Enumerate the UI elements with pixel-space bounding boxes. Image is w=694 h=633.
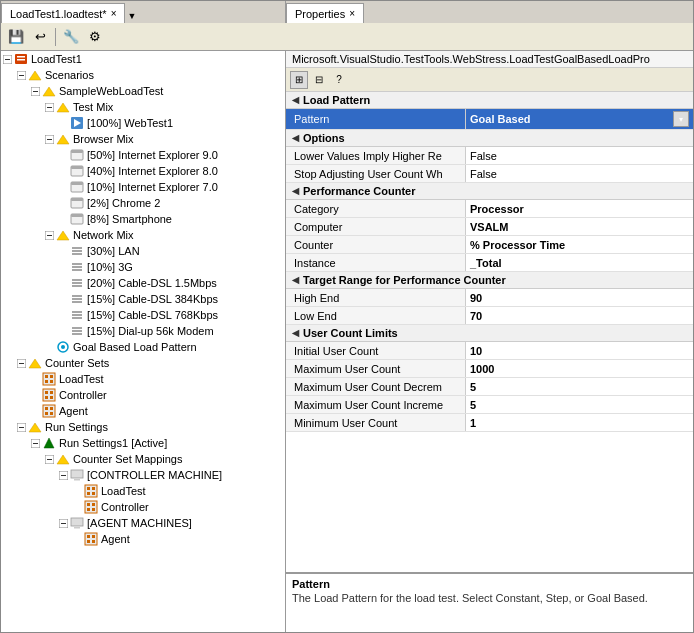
- tree-item-runsettings[interactable]: Run Settings: [1, 419, 285, 435]
- tree-item-ie80[interactable]: [40%] Internet Explorer 8.0: [1, 163, 285, 179]
- tree-expand-runsettings[interactable]: [15, 421, 27, 433]
- tree-expand-countersets[interactable]: [15, 357, 27, 369]
- tree-item-scenarios[interactable]: Scenarios: [1, 67, 285, 83]
- tree-expand-controllermachine[interactable]: [57, 469, 69, 481]
- tree-expand-smartphone[interactable]: [57, 213, 69, 225]
- tree-expand-loadtest_cs[interactable]: [29, 373, 41, 385]
- settings-button[interactable]: ⚙: [84, 26, 106, 48]
- section-header-performance-counter[interactable]: ◀Performance Counter: [286, 183, 693, 200]
- tree-expand-ie80[interactable]: [57, 165, 69, 177]
- tree-expand-webtest1[interactable]: [57, 117, 69, 129]
- description-panel: Pattern The Load Pattern for the load te…: [286, 572, 693, 632]
- props-help-btn[interactable]: ?: [330, 71, 348, 89]
- tree-item-ie70[interactable]: [10%] Internet Explorer 7.0: [1, 179, 285, 195]
- tree-expand-agentmachines[interactable]: [57, 517, 69, 529]
- section-header-options[interactable]: ◀Options: [286, 130, 693, 147]
- tree-item-testmix[interactable]: Test Mix: [1, 99, 285, 115]
- tree-expand-loadtest1[interactable]: [1, 53, 13, 65]
- svg-rect-3: [17, 56, 25, 58]
- tree-item-loadtest_ctrl[interactable]: LoadTest: [1, 483, 285, 499]
- tree-expand-ie70[interactable]: [57, 181, 69, 193]
- props-row-user-count-limits-1[interactable]: Maximum User Count1000: [286, 360, 693, 378]
- tree-item-loadtest1[interactable]: LoadTest1: [1, 51, 285, 67]
- run-button[interactable]: 🔧: [60, 26, 82, 48]
- prop-value-load-pattern-0[interactable]: Goal Based▾: [466, 109, 693, 129]
- section-header-target-range[interactable]: ◀Target Range for Performance Counter: [286, 272, 693, 289]
- tree-item-webtest1[interactable]: [100%] WebTest1: [1, 115, 285, 131]
- tree-item-agent_cs[interactable]: Agent: [1, 403, 285, 419]
- tree-expand-scenarios[interactable]: [15, 69, 27, 81]
- tree-item-runsettings1[interactable]: Run Settings1 [Active]: [1, 435, 285, 451]
- loadtest-tab[interactable]: LoadTest1.loadtest* ×: [1, 3, 125, 23]
- tree-expand-browsermix[interactable]: [43, 133, 55, 145]
- properties-tab[interactable]: Properties ×: [286, 3, 364, 23]
- tree-expand-agent_cs[interactable]: [29, 405, 41, 417]
- tree-expand-controller_cs[interactable]: [29, 389, 41, 401]
- tree-item-smartphone[interactable]: [8%] Smartphone: [1, 211, 285, 227]
- tree-item-networkmix[interactable]: Network Mix: [1, 227, 285, 243]
- props-row-performance-counter-0[interactable]: CategoryProcessor: [286, 200, 693, 218]
- props-row-performance-counter-2[interactable]: Counter% Processor Time: [286, 236, 693, 254]
- save-button[interactable]: 💾: [5, 26, 27, 48]
- tree-item-countersets[interactable]: Counter Sets: [1, 355, 285, 371]
- properties-tab-close[interactable]: ×: [349, 8, 355, 19]
- tree-item-chrome2[interactable]: [2%] Chrome 2: [1, 195, 285, 211]
- props-row-user-count-limits-4[interactable]: Minimum User Count1: [286, 414, 693, 432]
- prop-value-performance-counter-2: % Processor Time: [466, 236, 693, 253]
- tree-item-controllermachine[interactable]: [CONTROLLER MACHINE]: [1, 467, 285, 483]
- tree-item-samplewebloadtest[interactable]: SampleWebLoadTest: [1, 83, 285, 99]
- tree-expand-ie90[interactable]: [57, 149, 69, 161]
- props-row-user-count-limits-0[interactable]: Initial User Count10: [286, 342, 693, 360]
- props-row-options-1[interactable]: Stop Adjusting User Count WhFalse: [286, 165, 693, 183]
- props-row-target-range-0[interactable]: High End90: [286, 289, 693, 307]
- tree-expand-cabledsl768[interactable]: [57, 309, 69, 321]
- tree-expand-cabledsl384[interactable]: [57, 293, 69, 305]
- tree-expand-goalbasedloadpattern[interactable]: [43, 341, 55, 353]
- tree-item-ie90[interactable]: [50%] Internet Explorer 9.0: [1, 147, 285, 163]
- props-row-performance-counter-3[interactable]: Instance_Total: [286, 254, 693, 272]
- tree-item-cabledsl15[interactable]: [20%] Cable-DSL 1.5Mbps: [1, 275, 285, 291]
- section-header-load-pattern[interactable]: ◀Load Pattern: [286, 92, 693, 109]
- tree-item-dialup56k[interactable]: [15%] Dial-up 56k Modem: [1, 323, 285, 339]
- tree-expand-controller_ctrl[interactable]: [71, 501, 83, 513]
- tree-expand-networkmix[interactable]: [43, 229, 55, 241]
- tree-item-cabledsl384[interactable]: [15%] Cable-DSL 384Kbps: [1, 291, 285, 307]
- props-row-user-count-limits-2[interactable]: Maximum User Count Decrem5: [286, 378, 693, 396]
- tree-item-lan[interactable]: [30%] LAN: [1, 243, 285, 259]
- tree-expand-3g[interactable]: [57, 261, 69, 273]
- tree-item-loadtest_cs[interactable]: LoadTest: [1, 371, 285, 387]
- tree-item-cabledsl768[interactable]: [15%] Cable-DSL 768Kbps: [1, 307, 285, 323]
- tree-expand-runsettings1[interactable]: [29, 437, 41, 449]
- undo-button[interactable]: ↩: [29, 26, 51, 48]
- tree-expand-countersetmappings[interactable]: [43, 453, 55, 465]
- tree-item-countersetmappings[interactable]: Counter Set Mappings: [1, 451, 285, 467]
- tree-expand-samplewebloadtest[interactable]: [29, 85, 41, 97]
- tree-expand-dialup56k[interactable]: [57, 325, 69, 337]
- tree-item-3g[interactable]: [10%] 3G: [1, 259, 285, 275]
- tree-item-agent_agent[interactable]: Agent: [1, 531, 285, 547]
- tree-expand-loadtest_ctrl[interactable]: [71, 485, 83, 497]
- tree-expand-cabledsl15[interactable]: [57, 277, 69, 289]
- tree-item-goalbasedloadpattern[interactable]: Goal Based Load Pattern: [1, 339, 285, 355]
- tree-expand-chrome2[interactable]: [57, 197, 69, 209]
- props-sort-category-btn[interactable]: ⊞: [290, 71, 308, 89]
- tree-item-browsermix[interactable]: Browser Mix: [1, 131, 285, 147]
- tree-expand-testmix[interactable]: [43, 101, 55, 113]
- svg-rect-57: [50, 375, 53, 378]
- props-row-performance-counter-1[interactable]: ComputerVSALM: [286, 218, 693, 236]
- tree-expand-agent_agent[interactable]: [71, 533, 83, 545]
- props-row-options-0[interactable]: Lower Values Imply Higher ReFalse: [286, 147, 693, 165]
- tree-item-agentmachines[interactable]: [AGENT MACHINES]: [1, 515, 285, 531]
- section-header-user-count-limits[interactable]: ◀User Count Limits: [286, 325, 693, 342]
- loadtest-tab-close[interactable]: ×: [111, 8, 117, 19]
- tab-dropdown-btn[interactable]: ▼: [125, 9, 138, 23]
- props-sort-alpha-btn[interactable]: ⊟: [310, 71, 328, 89]
- props-row-target-range-1[interactable]: Low End70: [286, 307, 693, 325]
- tree-icon-browsermix: [55, 132, 71, 146]
- props-row-load-pattern-0[interactable]: PatternGoal Based▾: [286, 109, 693, 130]
- tree-expand-lan[interactable]: [57, 245, 69, 257]
- dropdown-arrow[interactable]: ▾: [673, 111, 689, 127]
- tree-item-controller_cs[interactable]: Controller: [1, 387, 285, 403]
- props-row-user-count-limits-3[interactable]: Maximum User Count Increme5: [286, 396, 693, 414]
- tree-item-controller_ctrl[interactable]: Controller: [1, 499, 285, 515]
